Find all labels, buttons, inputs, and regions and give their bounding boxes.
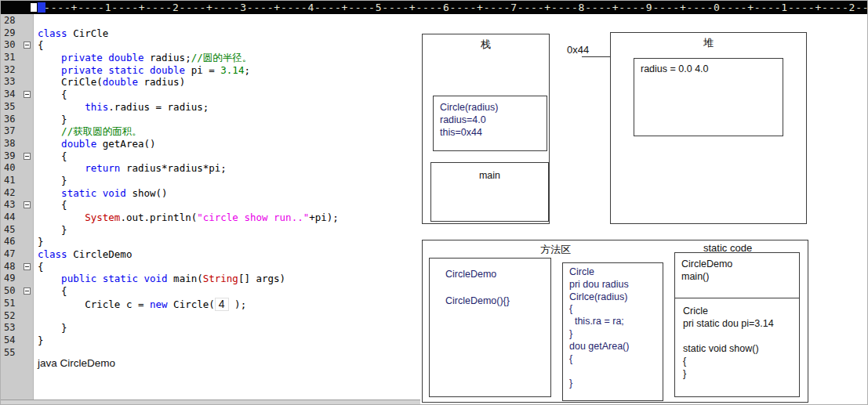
code-line[interactable]: 31 private double radius;//圆的半径。	[1, 52, 420, 64]
line-number: 28	[1, 15, 22, 27]
code-token: getArea()	[96, 138, 155, 150]
line-number: 48	[1, 261, 22, 273]
code-text[interactable]	[35, 15, 38, 27]
line-number: 38	[1, 138, 22, 150]
line-number: 31	[1, 52, 22, 64]
code-text[interactable]: {	[35, 89, 67, 101]
fold-collapse-icon[interactable]	[24, 201, 31, 208]
code-line[interactable]: 48{	[1, 261, 420, 273]
code-text[interactable]: class CirCle	[35, 27, 108, 40]
code-token: {	[38, 89, 67, 100]
code-line[interactable]: 30{	[1, 39, 420, 52]
code-token: radius*radius*pi;	[120, 162, 226, 174]
heap-box: 堆 radius = 0.0 4.0	[610, 32, 807, 224]
fold-minus-glyph	[25, 94, 29, 95]
code-line[interactable]: 54}	[1, 334, 420, 347]
diagram-text-line: {	[569, 353, 663, 366]
code-token	[38, 162, 85, 174]
code-line[interactable]: 51 Cricle c = new Circle(4 );	[1, 298, 420, 310]
code-text[interactable]	[35, 310, 38, 323]
code-text[interactable]: }	[35, 224, 67, 237]
code-line[interactable]: 53 }	[1, 322, 420, 334]
run-command-annotation: java CircleDemo	[38, 357, 115, 369]
code-line[interactable]: 39 {	[1, 150, 420, 163]
code-text[interactable]: {	[35, 150, 67, 163]
code-line[interactable]: 45 }	[1, 224, 420, 237]
code-token: class	[38, 27, 67, 39]
fold-collapse-icon[interactable]	[24, 42, 31, 49]
code-line[interactable]: 36 }	[1, 114, 420, 126]
code-text[interactable]: return radius*radius*pi;	[35, 162, 227, 175]
code-text[interactable]: public static void main(String[] args)	[35, 273, 285, 285]
code-line[interactable]: 46}	[1, 236, 420, 248]
code-line[interactable]: 47class CircleDemo	[1, 248, 420, 261]
fold-collapse-icon[interactable]	[24, 153, 31, 160]
code-line[interactable]: 41 }	[1, 175, 420, 187]
code-token	[38, 125, 61, 137]
code-text[interactable]: double getArea()	[35, 138, 156, 150]
code-line[interactable]: 35 this.radius = radius;	[1, 101, 420, 114]
horizontal-scrollbar[interactable]	[1, 400, 420, 405]
fold-column	[22, 39, 35, 52]
line-number: 50	[1, 285, 22, 298]
line-number: 55	[1, 347, 22, 360]
code-lines[interactable]: 2829class CirCle30{31 private double rad…	[1, 15, 420, 359]
code-line[interactable]: 33 CriCle(double radius)	[1, 76, 420, 89]
code-line[interactable]: 38 double getArea()	[1, 138, 420, 150]
fold-column	[22, 199, 35, 212]
fold-minus-glyph	[25, 156, 29, 157]
stack-box: 栈 Circle(radius)radius=4.0this=0x44 main	[422, 34, 550, 224]
line-number: 53	[1, 322, 22, 334]
code-text[interactable]: }	[35, 334, 44, 347]
code-token	[38, 64, 61, 76]
code-line[interactable]: 29class CirCle	[1, 27, 420, 40]
heap-object-text: radius = 0.0 4.0	[641, 63, 709, 74]
code-line[interactable]: 42 static void show()	[1, 187, 420, 200]
fold-column	[22, 187, 35, 200]
method-area-title: 方法区	[540, 243, 571, 257]
code-token: CriCle(	[38, 76, 103, 88]
fold-collapse-icon[interactable]	[24, 91, 31, 98]
code-text[interactable]: {	[35, 199, 67, 212]
code-text[interactable]: {	[35, 261, 44, 273]
fold-collapse-icon[interactable]	[24, 263, 31, 270]
code-line[interactable]: 28	[1, 15, 420, 27]
heap-object-box: radius = 0.0 4.0	[634, 58, 783, 136]
fold-column	[22, 52, 35, 64]
code-line[interactable]: 37 //获取圆的面积。	[1, 125, 420, 138]
code-text[interactable]: }	[35, 175, 67, 187]
code-text[interactable]: {	[35, 39, 44, 52]
code-line[interactable]: 32 private static double pi = 3.14;	[1, 64, 420, 77]
code-token: String	[203, 273, 238, 284]
code-token: {	[38, 199, 67, 211]
line-number: 36	[1, 114, 22, 126]
code-text[interactable]: this.radius = radius;	[35, 101, 209, 114]
code-text[interactable]: Cricle c = new Circle(4 );	[35, 298, 246, 310]
code-line[interactable]: 52	[1, 310, 420, 323]
code-text[interactable]: }	[35, 236, 44, 248]
code-line[interactable]: 43 {	[1, 199, 420, 212]
code-text[interactable]: CriCle(double radius)	[35, 76, 185, 89]
code-line[interactable]: 49 public static void main(String[] args…	[1, 273, 420, 285]
line-number: 32	[1, 64, 22, 77]
code-text[interactable]: }	[35, 322, 67, 334]
code-text[interactable]: static void show()	[35, 187, 168, 200]
code-token: {	[38, 39, 44, 51]
code-text[interactable]: class CircleDemo	[35, 248, 132, 261]
code-line[interactable]: 40 return radius*radius*pi;	[1, 162, 420, 175]
code-line[interactable]: 34 {	[1, 89, 420, 101]
fold-collapse-icon[interactable]	[24, 287, 31, 295]
fold-column	[22, 334, 35, 347]
code-text[interactable]: //获取圆的面积。	[35, 125, 142, 138]
code-line[interactable]: 50 {	[1, 285, 420, 298]
code-text[interactable]: }	[35, 114, 67, 126]
code-text[interactable]: System.out.println("circle show run.."+p…	[35, 212, 339, 224]
fold-column	[22, 15, 35, 27]
code-line[interactable]: 44 System.out.println("circle show run..…	[1, 212, 420, 224]
code-text[interactable]: {	[35, 285, 67, 298]
code-text[interactable]: private static double pi = 3.14;	[35, 64, 250, 77]
code-token: );	[229, 298, 247, 310]
code-token: Circle(	[168, 298, 215, 310]
fold-column	[22, 89, 35, 101]
code-text[interactable]: private double radius;//圆的半径。	[35, 52, 252, 64]
